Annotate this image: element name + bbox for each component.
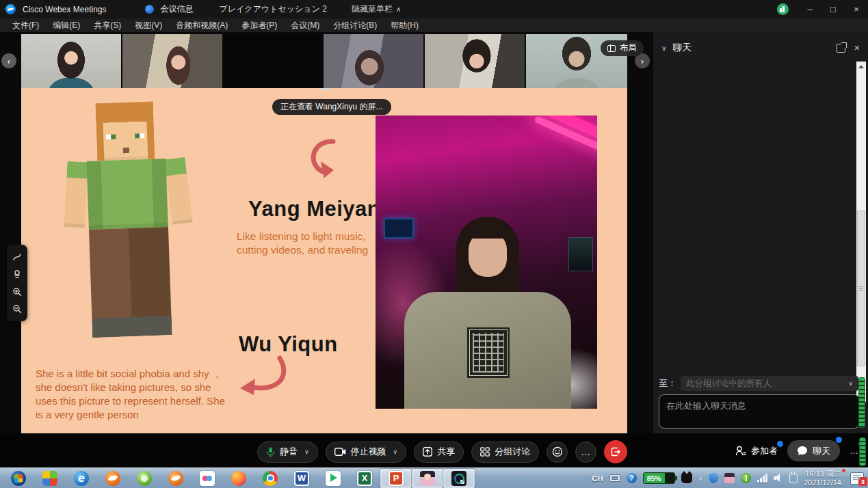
taskbar-word[interactable] [286, 469, 317, 488]
connection-quality-icon[interactable] [777, 3, 789, 15]
taskbar-orange-browser[interactable] [97, 469, 129, 488]
cat-app-icon[interactable] [681, 474, 692, 483]
internet-explorer-icon: e [74, 471, 89, 486]
zoom-in-icon[interactable] [12, 287, 22, 297]
minimize-button[interactable]: – [798, 0, 821, 18]
video-tile-2[interactable] [122, 34, 222, 88]
scroll-up-button[interactable] [856, 62, 866, 72]
firefox-icon [231, 471, 246, 486]
app-title: Cisco Webex Meetings [23, 5, 107, 14]
taskbar-orange-browser-2[interactable] [160, 469, 192, 488]
chrome-icon [263, 471, 278, 486]
minecraft-head [96, 102, 155, 161]
menu-file[interactable]: 文件(F) [5, 18, 46, 33]
photo-monitor [568, 237, 593, 271]
chat-close-icon[interactable]: × [854, 42, 860, 53]
chevron-down-icon[interactable]: ∨ [393, 448, 398, 455]
chat-bubble-icon [797, 446, 808, 456]
person2-photo [376, 116, 597, 409]
person2-desc: She is a little bit social phobia and sh… [36, 367, 233, 422]
chat-button[interactable]: 聊天 [787, 440, 840, 461]
panel-more-button[interactable]: … [850, 446, 858, 456]
taskbar-internet-explorer[interactable]: e [66, 469, 97, 488]
popout-icon[interactable] [837, 44, 845, 53]
volume-icon[interactable] [774, 474, 783, 483]
power-plug-icon[interactable] [789, 474, 798, 483]
tray-expand-chevron-icon[interactable]: ∧ [698, 475, 703, 482]
viewing-screen-banner: 正在查看 WangXinyu 的屏... [272, 99, 391, 115]
keyboard-icon[interactable] [609, 474, 620, 482]
menu-share[interactable]: 共享(S) [87, 18, 128, 33]
clock-alert-dot [842, 469, 845, 472]
taskbar-photo-viewer[interactable] [412, 469, 443, 488]
notification-center-icon[interactable]: 3 [850, 472, 864, 485]
filmstrip-prev-button[interactable]: ‹ [1, 53, 16, 68]
leave-meeting-button[interactable] [604, 440, 627, 463]
network-signal-icon[interactable] [757, 474, 767, 483]
video-tile-3[interactable] [224, 34, 324, 88]
taskbar-firefox[interactable] [223, 469, 254, 488]
chat-message-input[interactable] [659, 394, 860, 429]
slide-resize-handle[interactable] [320, 88, 331, 90]
tray-avatar-icon[interactable] [724, 473, 735, 483]
close-button[interactable]: × [845, 0, 868, 18]
annotate-icon[interactable] [12, 252, 22, 262]
menu-meeting[interactable]: 会议(M) [284, 18, 326, 33]
stop-video-button[interactable]: 停止视频 ∨ [326, 442, 407, 463]
video-tile-5[interactable] [425, 34, 525, 88]
maximize-button[interactable]: □ [821, 0, 845, 18]
taskbar-excel[interactable] [349, 469, 380, 488]
security-shield-icon[interactable] [709, 473, 718, 483]
zoom-out-icon[interactable] [12, 304, 22, 314]
menu-breakout[interactable]: 分组讨论(B) [326, 18, 384, 33]
layout-button[interactable]: 布局 [601, 40, 644, 56]
menu-audio-video[interactable]: 音频和视频(A) [169, 18, 235, 33]
reactions-button[interactable] [547, 442, 568, 463]
screen-tools-toolbar [7, 245, 27, 321]
meeting-info-link[interactable]: 会议信息 [161, 3, 194, 15]
antivirus-icon[interactable] [741, 473, 751, 483]
person2-name: Wu Yiqun [239, 332, 338, 357]
session-title: ブレイクアウトセッション 2 [220, 3, 327, 15]
help-tray-icon[interactable]: ? [627, 473, 637, 483]
remote-control-icon[interactable] [12, 269, 22, 279]
chat-collapse-chevron-icon[interactable]: ∨ [661, 44, 666, 52]
webex-taskbar-icon [451, 471, 466, 486]
orange-browser-icon [168, 471, 183, 486]
hide-menubar-button[interactable]: 隐藏菜单栏 ∧ [352, 3, 401, 15]
smiley-icon [552, 446, 563, 457]
chat-scrollbar[interactable] [856, 62, 866, 402]
video-tile-4[interactable] [324, 34, 423, 88]
title-bar: Cisco Webex Meetings 会议信息 ブレイクアウトセッション 2… [0, 0, 868, 18]
battery-widget[interactable]: 85% [643, 472, 675, 484]
taskbar-webex[interactable] [443, 469, 475, 488]
participants-button[interactable]: 参加者 [735, 445, 778, 457]
breakout-sessions-button[interactable]: 分组讨论 [471, 442, 539, 463]
share-button[interactable]: 共享 [414, 442, 464, 463]
start-button[interactable] [3, 469, 34, 488]
chevron-down-icon[interactable]: ∨ [304, 448, 309, 455]
taskbar-tencent-video[interactable] [317, 469, 349, 488]
person1-desc: Like listening to light music, cutting v… [237, 230, 371, 257]
more-options-button[interactable]: … [575, 442, 596, 463]
taskbar-clock[interactable]: 16:13 周二 2021/12/14 [804, 470, 844, 487]
taskbar-powerpoint[interactable] [380, 469, 412, 488]
taskbar-app-grid[interactable] [34, 469, 66, 488]
recipient-dropdown[interactable]: 此分组讨论中的所有人 ∨ [681, 376, 858, 391]
menu-view[interactable]: 视图(V) [128, 18, 169, 33]
menu-help[interactable]: 帮助(H) [384, 18, 425, 33]
green-level-meter [858, 377, 865, 428]
taskbar-chrome[interactable] [254, 469, 286, 488]
scrollbar-thumb[interactable] [857, 211, 865, 366]
taskbar-baidu-netdisk[interactable] [192, 469, 223, 488]
language-indicator[interactable]: CH [592, 474, 603, 483]
mute-button[interactable]: 静音 ∨ [257, 442, 318, 463]
system-tray: CH ? 85% ∧ 16:13 周二 2021/12/14 3 [592, 470, 868, 487]
menu-participants[interactable]: 参加者(P) [235, 18, 284, 33]
webex-logo-icon [5, 4, 16, 14]
share-screen-icon [423, 447, 432, 457]
video-tile-1[interactable] [21, 34, 121, 88]
chat-notification-dot [836, 437, 842, 443]
menu-edit[interactable]: 编辑(E) [46, 18, 87, 33]
taskbar-green-browser[interactable] [129, 469, 160, 488]
